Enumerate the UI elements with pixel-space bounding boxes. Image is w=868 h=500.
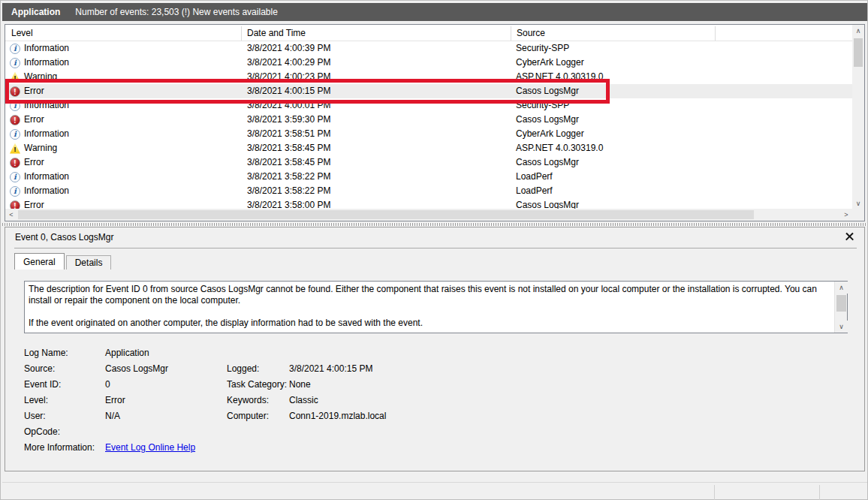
event-row[interactable]: Information 3/8/2021 4:00:39 PM Security…: [5, 41, 852, 56]
level-cell: Information: [10, 98, 235, 113]
event-row[interactable]: Warning 3/8/2021 4:00:23 PM ASP.NET 4.0.…: [5, 70, 852, 84]
detail-tabs: GeneralDetails: [14, 253, 113, 270]
event-list-panel: LevelDate and TimeSource Information 3/8…: [5, 24, 865, 221]
event-row[interactable]: Information 3/8/2021 3:58:51 PM CyberArk…: [5, 127, 852, 141]
property-label: Log Name:: [24, 345, 68, 361]
chevron-left-icon[interactable]: <: [5, 209, 17, 221]
horizontal-scrollbar-thumb[interactable]: [18, 210, 754, 219]
property-label: Level:: [24, 393, 48, 408]
horizontal-scrollbar[interactable]: < >: [5, 209, 852, 221]
events-count-status: Number of events: 23,503 (!) New events …: [75, 7, 277, 17]
level-icon: [10, 158, 20, 168]
chevron-up-icon[interactable]: ∧: [835, 282, 848, 294]
level-label: Warning: [24, 141, 57, 155]
chevron-right-icon[interactable]: >: [840, 209, 852, 221]
event-description-box: The description for Event ID 0 from sour…: [24, 281, 848, 333]
level-cell: Information: [10, 56, 235, 70]
chevron-down-icon[interactable]: ∨: [835, 321, 848, 333]
status-bar-top-border: [2, 482, 867, 483]
property-value: N/A: [105, 408, 120, 424]
tab[interactable]: General: [14, 253, 65, 270]
property-label: User:: [24, 408, 46, 424]
event-row[interactable]: Error 3/8/2021 3:59:30 PM Casos LogsMgr: [5, 113, 852, 127]
more-information-label: More Information:: [24, 440, 95, 456]
level-cell: Error: [10, 198, 235, 209]
source-cell: Casos LogsMgr: [516, 155, 579, 170]
property-value: Conn1-2019.mzlab.local: [289, 408, 386, 424]
level-label: Information: [24, 184, 69, 198]
chevron-up-icon[interactable]: ∧: [852, 25, 864, 37]
source-cell: Casos LogsMgr: [516, 198, 579, 209]
property-row: Log Name: Application: [5, 345, 864, 361]
property-value: Application: [105, 345, 149, 361]
property-row: Source: Casos LogsMgr Logged: 3/8/2021 4…: [5, 361, 864, 377]
column-header[interactable]: Level: [11, 25, 33, 41]
property-row: User: N/A Computer: Conn1-2019.mzlab.loc…: [5, 408, 864, 424]
tab[interactable]: Details: [66, 255, 112, 270]
status-bar-divider: [819, 485, 820, 500]
event-row[interactable]: Error 3/8/2021 3:58:00 PM Casos LogsMgr: [5, 198, 852, 209]
datetime-cell: 3/8/2021 3:58:22 PM: [247, 184, 330, 198]
description-scrollbar[interactable]: ∧ ∨: [834, 282, 847, 333]
level-cell: Error: [10, 155, 235, 170]
event-row[interactable]: Information 3/8/2021 4:00:01 PM Security…: [5, 98, 852, 113]
source-cell: CyberArk Logger: [516, 127, 584, 141]
level-cell: Information: [10, 170, 235, 184]
level-cell: Warning: [10, 70, 235, 84]
property-value: Casos LogsMgr: [105, 361, 168, 377]
event-row[interactable]: Error 3/8/2021 3:58:45 PM Casos LogsMgr: [5, 155, 852, 170]
level-cell: Error: [10, 84, 235, 98]
vertical-scrollbar-thumb[interactable]: [854, 38, 863, 67]
vertical-scrollbar[interactable]: ∧ ∨: [852, 25, 864, 209]
level-label: Warning: [24, 70, 57, 84]
chevron-down-icon[interactable]: ∨: [852, 197, 864, 209]
source-cell: ASP.NET 4.0.30319.0: [516, 141, 603, 155]
more-information-row: More Information: Event Log Online Help: [5, 440, 864, 456]
event-row[interactable]: Warning 3/8/2021 3:58:45 PM ASP.NET 4.0.…: [5, 141, 852, 155]
log-name: Application: [11, 7, 60, 17]
property-row: Event ID: 0 Task Category: None: [5, 377, 864, 393]
level-icon: [10, 72, 20, 83]
event-row[interactable]: Information 3/8/2021 4:00:29 PM CyberArk…: [5, 56, 852, 70]
detail-pane-title: Event 0, Casos LogsMgr: [15, 232, 113, 242]
level-icon: [10, 143, 20, 154]
level-label: Error: [24, 198, 44, 209]
property-label: Event ID:: [24, 377, 61, 393]
column-header[interactable]: Source: [517, 25, 545, 41]
level-icon: [10, 44, 20, 54]
property-row: OpCode:: [5, 424, 864, 440]
event-row[interactable]: Information 3/8/2021 3:58:22 PM LoadPerf: [5, 170, 852, 184]
level-label: Information: [24, 56, 69, 70]
property-label: Logged:: [227, 361, 259, 377]
level-label: Information: [24, 98, 69, 113]
source-cell: Casos LogsMgr: [516, 113, 579, 127]
property-value: Error: [105, 393, 125, 408]
event-log-online-help-link[interactable]: Event Log Online Help: [105, 440, 195, 456]
column-header-row: LevelDate and TimeSource: [5, 25, 852, 41]
property-label: Source:: [24, 361, 55, 377]
event-properties: Log Name: Application Source: Casos Logs…: [5, 345, 864, 440]
pane-splitter[interactable]: [2, 223, 867, 226]
event-row[interactable]: Information 3/8/2021 3:58:22 PM LoadPerf: [5, 184, 852, 198]
column-separator[interactable]: [715, 26, 716, 41]
property-label: Task Category:: [227, 377, 287, 393]
property-value: 3/8/2021 4:00:15 PM: [289, 361, 372, 377]
level-label: Information: [24, 127, 69, 141]
close-icon[interactable]: [845, 232, 854, 242]
source-cell: LoadPerf: [516, 170, 553, 184]
description-paragraph: The description for Event ID 0 from sour…: [29, 284, 828, 306]
level-cell: Warning: [10, 141, 235, 155]
source-cell: Casos LogsMgr: [516, 84, 579, 98]
event-row[interactable]: Error 3/8/2021 4:00:15 PM Casos LogsMgr: [5, 84, 852, 98]
datetime-cell: 3/8/2021 3:59:30 PM: [247, 113, 330, 127]
level-icon: [10, 200, 20, 209]
property-value: None: [289, 377, 311, 393]
column-separator[interactable]: [511, 26, 511, 41]
datetime-cell: 3/8/2021 4:00:23 PM: [247, 70, 330, 84]
property-row: Level: Error Keywords: Classic: [5, 393, 864, 408]
column-separator[interactable]: [241, 26, 242, 41]
level-label: Error: [24, 113, 44, 127]
level-label: Error: [24, 84, 44, 98]
description-scrollbar-thumb[interactable]: [836, 295, 846, 312]
column-header[interactable]: Date and Time: [247, 25, 306, 41]
